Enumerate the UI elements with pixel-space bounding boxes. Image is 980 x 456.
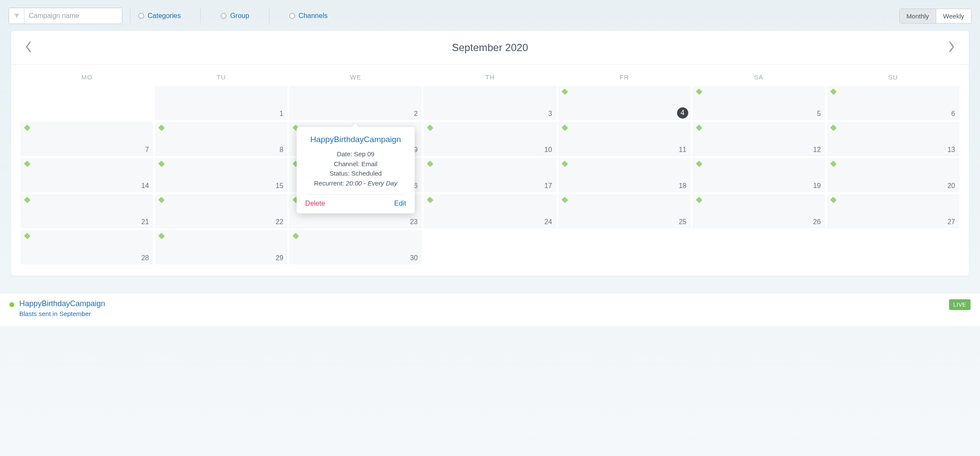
- footer-campaign[interactable]: HappyBirthdayCampaign Blasts sent in Sep…: [9, 299, 105, 317]
- weekday-label: TU: [155, 72, 287, 82]
- day-cell[interactable]: 13: [827, 122, 959, 156]
- filter-categories[interactable]: Categories: [138, 12, 181, 20]
- view-toggle: Monthly Weekly: [899, 9, 971, 24]
- day-cell[interactable]: 1: [155, 86, 287, 120]
- day-cell[interactable]: 22: [155, 194, 287, 228]
- event-indicator-icon: [696, 88, 702, 95]
- day-cell[interactable]: 15: [155, 158, 287, 192]
- day-cell[interactable]: 18: [558, 158, 691, 192]
- day-cell[interactable]: 20: [827, 158, 959, 192]
- day-cell[interactable]: 25: [558, 194, 691, 228]
- day-number: 26: [813, 218, 821, 226]
- day-number: 22: [275, 218, 283, 226]
- day-cell[interactable]: 30: [289, 230, 422, 264]
- filter-bar: Categories Group Channels Monthly Weekly: [0, 0, 980, 31]
- next-month-button[interactable]: [946, 39, 957, 57]
- day-number: 1: [279, 110, 283, 118]
- day-cell[interactable]: 9HappyBirthdayCampaignDate: Sep 09Channe…: [289, 122, 422, 156]
- day-number: 4: [677, 107, 688, 119]
- day-number: 13: [947, 146, 955, 154]
- view-weekly-button[interactable]: Weekly: [936, 9, 971, 23]
- day-number: 8: [279, 146, 283, 154]
- day-cell[interactable]: 3: [423, 86, 556, 120]
- day-cell[interactable]: 26: [693, 194, 825, 228]
- day-cell[interactable]: 7: [21, 122, 153, 156]
- filter-label: Channels: [299, 12, 328, 20]
- calendar-title: September 2020: [452, 42, 528, 54]
- prev-month-button[interactable]: [23, 39, 34, 57]
- event-indicator-icon: [24, 197, 31, 204]
- day-number: 12: [813, 146, 821, 154]
- event-indicator-icon: [830, 88, 837, 95]
- event-indicator-icon: [158, 125, 165, 131]
- day-cell[interactable]: 19: [693, 158, 825, 192]
- event-indicator-icon: [561, 161, 568, 167]
- filter-group[interactable]: Group: [221, 12, 249, 20]
- event-indicator-icon: [696, 161, 702, 167]
- day-cell-empty: [423, 230, 556, 264]
- popover-title: HappyBirthdayCampaign: [305, 135, 406, 144]
- day-cell[interactable]: 14: [21, 158, 153, 192]
- event-indicator-icon: [24, 161, 31, 167]
- day-number: 29: [275, 254, 283, 262]
- radio-icon: [221, 13, 227, 19]
- day-cell-empty: [693, 230, 825, 264]
- day-cell[interactable]: 10: [423, 122, 556, 156]
- day-number: 15: [275, 182, 283, 190]
- view-monthly-button[interactable]: Monthly: [900, 9, 936, 23]
- day-cell[interactable]: 8: [155, 122, 287, 156]
- event-indicator-icon: [293, 233, 299, 240]
- day-cell[interactable]: 11: [558, 122, 691, 156]
- day-number: 25: [679, 218, 687, 226]
- day-number: 14: [141, 182, 149, 190]
- day-cell-empty: [21, 86, 153, 120]
- divider: [269, 9, 269, 23]
- radio-icon: [138, 13, 144, 19]
- popover-channel: Channel: Email: [305, 159, 406, 169]
- day-number: 11: [679, 146, 687, 154]
- day-cell[interactable]: 24: [423, 194, 556, 228]
- day-number: 23: [410, 218, 418, 226]
- day-cell[interactable]: 5: [693, 86, 825, 120]
- delete-button[interactable]: Delete: [305, 200, 325, 207]
- filter-channels[interactable]: Channels: [289, 12, 328, 20]
- footer-bar: HappyBirthdayCampaign Blasts sent in Sep…: [0, 293, 980, 326]
- event-indicator-icon: [830, 197, 837, 204]
- event-indicator-icon: [158, 233, 165, 240]
- event-indicator-icon: [427, 125, 434, 131]
- event-indicator-icon: [427, 161, 434, 167]
- popover-recurrent: Recurrent: 20:00 - Every Day: [305, 179, 406, 188]
- filter-label: Group: [230, 12, 249, 20]
- day-number: 27: [947, 218, 955, 226]
- weekday-label: TH: [423, 72, 556, 82]
- day-cell[interactable]: 28: [21, 230, 153, 264]
- divider: [200, 9, 201, 23]
- event-indicator-icon: [158, 161, 165, 167]
- status-dot-icon: [9, 302, 14, 307]
- day-cell[interactable]: 17: [423, 158, 556, 192]
- day-cell[interactable]: 29: [155, 230, 287, 264]
- day-cell[interactable]: 21: [21, 194, 153, 228]
- weekday-row: MOTUWETHFRSASU: [21, 72, 959, 82]
- weekday-label: SU: [827, 72, 959, 82]
- day-cell[interactable]: 2: [289, 86, 422, 120]
- day-cell[interactable]: 6: [827, 86, 959, 120]
- day-cell-empty: [827, 230, 959, 264]
- footer-title: HappyBirthdayCampaign: [19, 299, 105, 308]
- event-indicator-icon: [561, 197, 568, 204]
- search-wrap: [9, 8, 122, 24]
- day-cell[interactable]: 27: [827, 194, 959, 228]
- event-indicator-icon: [158, 197, 165, 204]
- day-cell-empty: [558, 230, 691, 264]
- weekday-label: MO: [21, 72, 153, 82]
- day-cell[interactable]: 12: [693, 122, 825, 156]
- edit-button[interactable]: Edit: [394, 200, 406, 207]
- event-indicator-icon: [696, 197, 702, 204]
- day-cell[interactable]: 4: [558, 86, 691, 120]
- day-number: 5: [817, 110, 821, 118]
- weekday-label: FR: [558, 72, 691, 82]
- day-number: 21: [141, 218, 149, 226]
- search-input[interactable]: [24, 8, 122, 24]
- filter-icon: [9, 8, 24, 24]
- day-number: 28: [141, 254, 149, 262]
